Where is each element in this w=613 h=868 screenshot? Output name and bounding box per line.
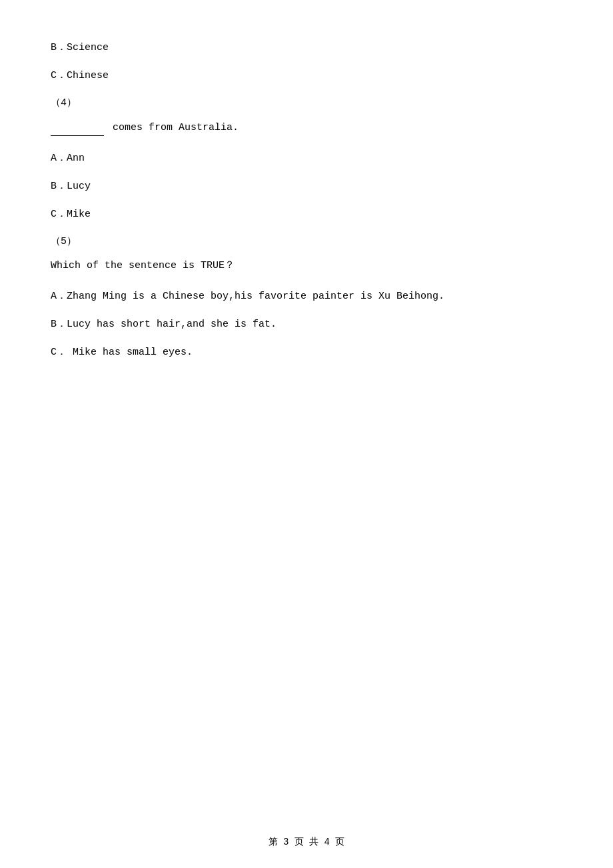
question5-text: Which of the sentence is TRUE？ <box>51 258 562 274</box>
page-footer: 第 3 页 共 4 页 <box>0 836 613 848</box>
option-c-chinese: C．Chinese <box>51 68 562 84</box>
blank-line <box>51 119 104 136</box>
question4-text: comes from Australia. <box>51 119 562 136</box>
q4-option-c: C．Mike <box>51 207 562 223</box>
question4-number: （4） <box>51 96 562 109</box>
q5-option-b: B．Lucy has short hair,and she is fat. <box>51 317 562 333</box>
q4-option-b: B．Lucy <box>51 179 562 195</box>
page-content: B．Science C．Chinese （4） comes from Austr… <box>0 0 613 827</box>
q4-option-a: A．Ann <box>51 151 562 167</box>
option-b-science: B．Science <box>51 40 562 56</box>
q5-option-a: A．Zhang Ming is a Chinese boy,his favori… <box>51 289 562 305</box>
q5-option-c: C． Mike has small eyes. <box>51 345 562 361</box>
question5-number: （5） <box>51 235 562 247</box>
